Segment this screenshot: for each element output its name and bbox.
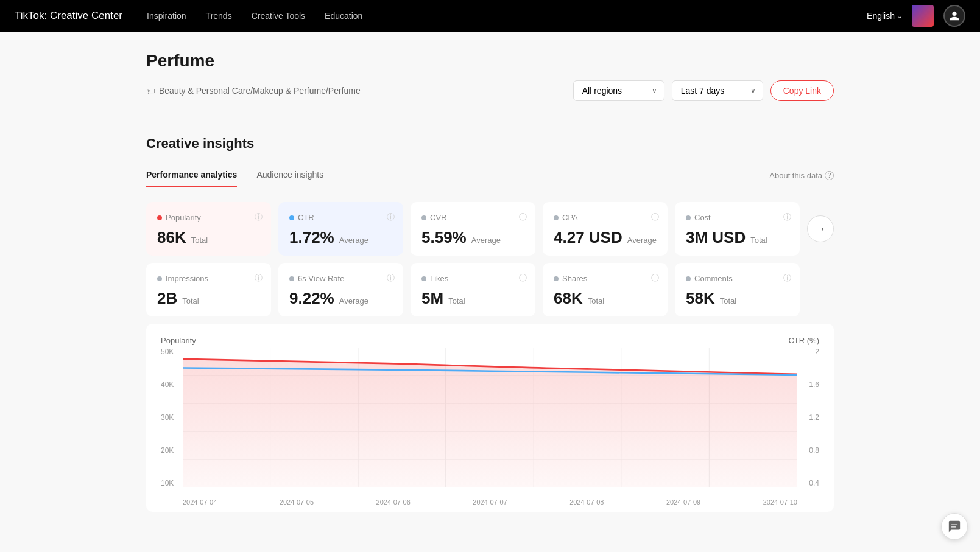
metric-popularity-value: 86K Total [157, 228, 260, 247]
navbar-right: English ⌄ [867, 5, 965, 27]
dot-gray-viewrate [289, 276, 294, 281]
tab-audience[interactable]: Audience insights [256, 164, 323, 187]
dot-gray-cost [686, 215, 691, 220]
info-icon: ? [825, 171, 834, 180]
user-avatar-box[interactable] [912, 5, 934, 27]
language-label: English [867, 11, 895, 21]
x-date-1: 2024-07-05 [280, 498, 314, 506]
period-select[interactable]: Last 7 days Last 14 days Last 30 days [672, 80, 763, 101]
user-icon[interactable] [943, 5, 965, 27]
chat-icon [948, 520, 961, 531]
dot-gray-cpa [554, 215, 559, 220]
dot-red [157, 215, 162, 220]
nav-education[interactable]: Education [325, 11, 362, 21]
nav-inspiration[interactable]: Inspiration [147, 11, 186, 21]
metric-cpa-label: CPA [554, 213, 657, 222]
metric-impressions-label: Impressions [157, 274, 260, 283]
metric-viewrate-value: 9.22% Average [289, 289, 392, 308]
metrics-row-2: Impressions 2B Total ⓘ 6s View Rate 9.22… [146, 263, 834, 316]
copy-link-button[interactable]: Copy Link [770, 80, 834, 101]
dot-blue [289, 215, 294, 220]
metric-ctr: CTR 1.72% Average ⓘ [278, 202, 403, 256]
breadcrumb-text: Beauty & Personal Care/Makeup & Perfume/… [159, 86, 361, 96]
chart-right-label: CTR (%) [788, 336, 819, 345]
x-date-2: 2024-07-06 [376, 498, 411, 506]
page-title: Perfume [146, 51, 834, 71]
metric-impressions-value: 2B Total [157, 289, 260, 308]
dot-gray-likes [421, 276, 426, 281]
chart-area: 50K 40K 30K 20K 10K [161, 348, 819, 506]
info-icon-comments: ⓘ [783, 273, 791, 284]
info-icon-shares: ⓘ [651, 273, 659, 284]
metric-cvr-label: CVR [421, 213, 524, 222]
chevron-down-icon: ⌄ [897, 13, 902, 19]
tag-icon: 🏷 [146, 86, 155, 96]
page-header: Perfume 🏷 Beauty & Personal Care/Makeup … [0, 32, 980, 116]
x-date-0: 2024-07-04 [183, 498, 217, 506]
main-content: Creative insights Performance analytics … [0, 116, 980, 531]
metric-likes-value: 5M Total [421, 289, 524, 308]
x-date-5: 2024-07-09 [666, 498, 700, 506]
metric-cost-value: 3M USD Total [686, 228, 789, 247]
metric-likes: Likes 5M Total ⓘ [411, 263, 535, 316]
metric-popularity-label: Popularity [157, 213, 260, 222]
x-date-6: 2024-07-10 [763, 498, 797, 506]
page-meta: 🏷 Beauty & Personal Care/Makeup & Perfum… [146, 80, 834, 101]
chart-left-label: Popularity [161, 336, 196, 345]
info-icon-popularity: ⓘ [255, 212, 263, 223]
info-icon-viewrate: ⓘ [387, 273, 395, 284]
metric-popularity: Popularity 86K Total ⓘ [146, 202, 271, 256]
brand-logo[interactable]: TikTok: Creative Center [15, 10, 122, 22]
spacer [807, 263, 834, 316]
about-data[interactable]: About this data ? [769, 164, 834, 187]
metric-cpa: CPA 4.27 USD Average ⓘ [543, 202, 668, 256]
chart-header: Popularity CTR (%) [161, 336, 819, 345]
info-icon-cvr: ⓘ [519, 212, 527, 223]
chart-container: Popularity CTR (%) 50K 40K 30K 20K 10K [146, 324, 834, 512]
navbar: TikTok: Creative Center Inspiration Tren… [0, 0, 980, 32]
metric-cost-label: Cost [686, 213, 789, 222]
metric-comments-label: Comments [686, 274, 789, 283]
metric-ctr-label: CTR [289, 213, 392, 222]
metric-comments-value: 58K Total [686, 289, 789, 308]
person-icon [949, 10, 960, 21]
metric-cpa-value: 4.27 USD Average [554, 228, 657, 247]
y-axis-left: 50K 40K 30K 20K 10K [161, 348, 174, 506]
region-select-wrapper: All regions US UK [573, 80, 664, 101]
brand-sub: : Creative Center [44, 10, 123, 21]
filters: All regions US UK Last 7 days Last 14 da… [573, 80, 834, 101]
metric-shares-label: Shares [554, 274, 657, 283]
metric-cvr: CVR 5.59% Average ⓘ [411, 202, 535, 256]
metric-impressions: Impressions 2B Total ⓘ [146, 263, 271, 316]
metric-shares-value: 68K Total [554, 289, 657, 308]
info-icon-impressions: ⓘ [255, 273, 263, 284]
y-axis-right: 2 1.6 1.2 0.8 0.4 [809, 348, 819, 506]
breadcrumb: 🏷 Beauty & Personal Care/Makeup & Perfum… [146, 86, 361, 96]
x-date-3: 2024-07-07 [473, 498, 507, 506]
region-select[interactable]: All regions US UK [573, 80, 664, 101]
info-icon-likes: ⓘ [519, 273, 527, 284]
metric-ctr-value: 1.72% Average [289, 228, 392, 247]
dot-gray-impressions [157, 276, 162, 281]
next-metrics-button[interactable]: → [807, 215, 834, 242]
section-title: Creative insights [146, 136, 834, 152]
metric-likes-label: Likes [421, 274, 524, 283]
tabs-bar: Performance analytics Audience insights … [146, 164, 834, 187]
info-icon-cpa: ⓘ [651, 212, 659, 223]
metric-cost: Cost 3M USD Total ⓘ [675, 202, 800, 256]
dot-gray-shares [554, 276, 559, 281]
metric-cvr-value: 5.59% Average [421, 228, 524, 247]
nav-trends[interactable]: Trends [206, 11, 232, 21]
metric-comments: Comments 58K Total ⓘ [675, 263, 800, 316]
nav-creative-tools[interactable]: Creative Tools [252, 11, 305, 21]
nav-links: Inspiration Trends Creative Tools Educat… [147, 11, 842, 21]
tab-performance[interactable]: Performance analytics [146, 164, 237, 187]
language-selector[interactable]: English ⌄ [867, 11, 902, 21]
about-data-label: About this data [769, 171, 822, 180]
period-select-wrapper: Last 7 days Last 14 days Last 30 days [672, 80, 763, 101]
metric-viewrate-label: 6s View Rate [289, 274, 392, 283]
brand-name: TikTok [15, 10, 44, 21]
dot-gray-cvr [421, 215, 426, 220]
x-date-4: 2024-07-08 [569, 498, 604, 506]
metrics-row-1: Popularity 86K Total ⓘ CTR 1.72% Average… [146, 202, 834, 256]
